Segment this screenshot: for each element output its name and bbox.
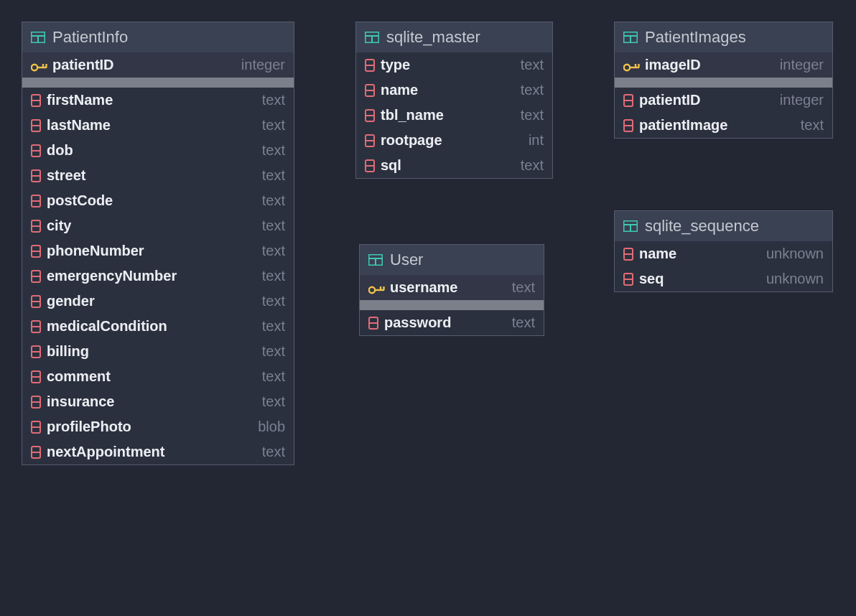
column-name: dob xyxy=(47,142,256,159)
column-row[interactable]: dob text xyxy=(22,138,294,163)
column-icon xyxy=(31,396,41,409)
column-row[interactable]: patientImage text xyxy=(615,113,832,138)
table-header[interactable]: PatientInfo xyxy=(22,22,294,52)
column-name: name xyxy=(639,246,760,262)
column-row[interactable]: patientID integer xyxy=(615,88,832,113)
column-row[interactable]: city text xyxy=(22,213,294,238)
column-icon xyxy=(31,144,41,157)
table-sqlite_sequence[interactable]: sqlite_sequence name unknown seq unknown xyxy=(614,210,833,292)
table-user[interactable]: User username text password text xyxy=(359,244,544,336)
column-row[interactable]: medicalCondition text xyxy=(22,314,294,339)
column-type: text xyxy=(262,444,285,460)
column-name: firstName xyxy=(47,92,256,108)
column-name: street xyxy=(47,167,256,184)
column-row[interactable]: profilePhoto blob xyxy=(22,414,294,439)
column-name: gender xyxy=(47,293,256,309)
column-row[interactable]: firstName text xyxy=(22,88,294,113)
column-row[interactable]: password text xyxy=(360,310,544,335)
column-name: lastName xyxy=(47,117,256,134)
table-patientimages[interactable]: PatientImages imageID integer patientID … xyxy=(614,22,833,139)
column-row[interactable]: name unknown xyxy=(615,241,832,266)
column-type: text xyxy=(262,92,285,108)
column-icon xyxy=(31,245,41,258)
column-row[interactable]: postCode text xyxy=(22,188,294,213)
column-row[interactable]: nextAppointment text xyxy=(22,439,294,465)
table-sqlite_master[interactable]: sqlite_master type text name text tbl_na… xyxy=(355,22,553,179)
column-row[interactable]: insurance text xyxy=(22,389,294,414)
column-name: emergencyNumber xyxy=(47,268,256,284)
column-type: integer xyxy=(780,57,824,73)
column-row[interactable]: emergencyNumber text xyxy=(22,263,294,289)
column-row[interactable]: billing text xyxy=(22,339,294,364)
column-type: text xyxy=(512,279,535,296)
column-name: tbl_name xyxy=(381,107,515,123)
column-icon xyxy=(31,270,41,283)
column-name: seq xyxy=(639,271,760,287)
table-header[interactable]: sqlite_sequence xyxy=(615,211,832,241)
column-row[interactable]: name text xyxy=(356,78,552,103)
primary-key-row[interactable]: username text xyxy=(360,275,544,300)
column-type: text xyxy=(262,368,285,385)
column-name: username xyxy=(390,279,506,296)
column-type: unknown xyxy=(766,246,824,262)
column-row[interactable]: gender text xyxy=(22,289,294,314)
column-row[interactable]: lastName text xyxy=(22,113,294,138)
svg-point-3 xyxy=(32,64,37,70)
column-type: text xyxy=(512,314,535,331)
column-name: imageID xyxy=(645,57,774,73)
table-header[interactable]: User xyxy=(360,245,544,275)
column-row[interactable]: tbl_name text xyxy=(356,103,552,128)
column-icon xyxy=(31,446,41,459)
column-type: text xyxy=(262,393,285,410)
table-patientinfo[interactable]: PatientInfo patientID integer firstName … xyxy=(22,22,294,465)
primary-key-row[interactable]: imageID integer xyxy=(615,52,832,78)
table-icon xyxy=(623,32,638,43)
column-type: int xyxy=(529,132,544,149)
column-type: unknown xyxy=(766,271,824,287)
column-name: patientID xyxy=(52,57,236,73)
primary-key-icon xyxy=(368,282,384,294)
column-icon xyxy=(31,320,41,333)
column-type: text xyxy=(521,157,544,174)
column-name: billing xyxy=(47,343,256,360)
primary-key-row[interactable]: patientID integer xyxy=(22,52,294,78)
column-row[interactable]: street text xyxy=(22,163,294,188)
table-header[interactable]: sqlite_master xyxy=(356,22,552,52)
column-type: text xyxy=(801,117,824,134)
column-icon xyxy=(31,345,41,358)
table-name: sqlite_sequence xyxy=(645,217,759,235)
column-row[interactable]: type text xyxy=(356,52,552,78)
column-name: nextAppointment xyxy=(47,444,256,460)
column-name: profilePhoto xyxy=(47,419,252,435)
column-icon xyxy=(623,119,633,132)
column-icon xyxy=(365,84,375,97)
column-row[interactable]: phoneNumber text xyxy=(22,238,294,263)
column-type: integer xyxy=(780,92,824,108)
column-icon xyxy=(31,421,41,434)
table-icon xyxy=(31,32,45,43)
column-row[interactable]: comment text xyxy=(22,364,294,389)
table-name: PatientImages xyxy=(645,28,746,47)
column-type: integer xyxy=(241,57,285,73)
column-icon xyxy=(623,94,633,107)
column-icon xyxy=(31,169,41,182)
column-type: text xyxy=(262,293,285,309)
section-divider xyxy=(360,300,544,310)
column-name: comment xyxy=(47,368,256,385)
column-row[interactable]: seq unknown xyxy=(615,266,832,291)
table-name: PatientInfo xyxy=(52,28,128,47)
column-type: text xyxy=(262,142,285,159)
column-type: text xyxy=(521,82,544,98)
column-icon xyxy=(31,94,41,107)
column-name: insurance xyxy=(47,393,256,410)
column-icon xyxy=(365,109,375,122)
column-icon xyxy=(365,59,375,72)
section-divider xyxy=(22,78,294,88)
column-icon xyxy=(623,248,633,261)
table-icon xyxy=(365,32,379,43)
column-icon xyxy=(31,370,41,383)
table-header[interactable]: PatientImages xyxy=(615,22,832,52)
column-row[interactable]: rootpage int xyxy=(356,128,552,153)
column-name: postCode xyxy=(47,192,256,209)
column-row[interactable]: sql text xyxy=(356,153,552,178)
